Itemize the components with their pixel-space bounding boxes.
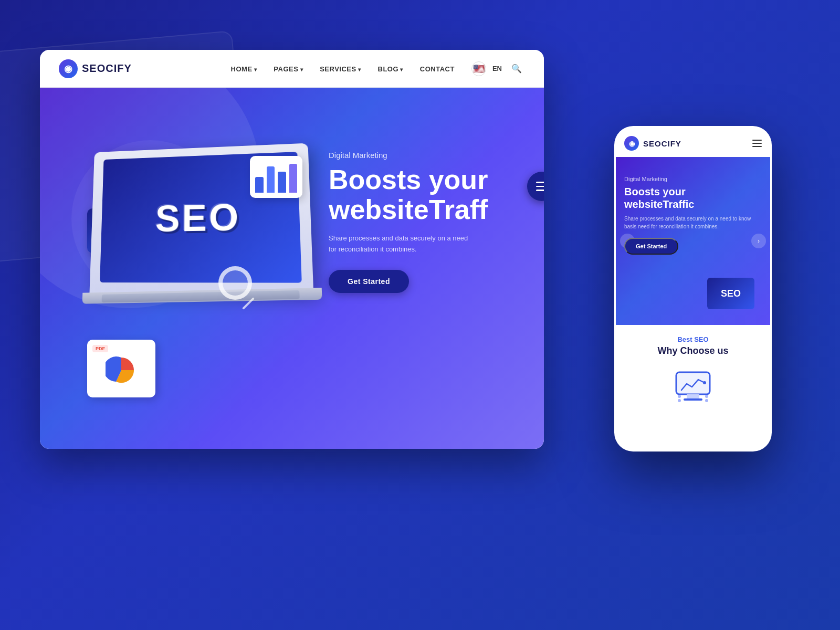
hero-description: Share processes and data securely on a n… — [329, 233, 528, 255]
nav-item-services[interactable]: SERVICES — [320, 64, 361, 74]
nav-link-contact[interactable]: CONTACT — [420, 65, 455, 73]
mobile-hline-1 — [752, 140, 762, 141]
svg-point-6 — [705, 395, 708, 398]
mobile-hero: ‹ › Digital Marketing Boosts your websit… — [616, 157, 770, 325]
svg-point-7 — [678, 399, 681, 402]
mobile-hero-description: Share processes and data securely on a n… — [624, 215, 762, 230]
nav-link-services[interactable]: SERVICES — [320, 65, 361, 73]
magnifier-icon — [218, 266, 266, 313]
nav-link-pages[interactable]: PAGES — [274, 65, 303, 73]
mobile-mockup: ◉ SEOCIFY ‹ › Digital Marketing Boosts y… — [614, 126, 772, 452]
bar-4 — [289, 164, 298, 193]
hero-subtitle: Digital Marketing — [329, 151, 528, 160]
desktop-navbar: ◉ SEOCIFY HOME PAGES SERVICES BLOG CONTA… — [40, 50, 544, 88]
hamburger-line-1 — [536, 182, 544, 183]
logo-text: SEOCIFY — [82, 62, 132, 75]
mobile-hamburger-button[interactable] — [752, 140, 762, 147]
mobile-header: ◉ SEOCIFY — [616, 128, 770, 157]
nav-link-home[interactable]: HOME — [231, 65, 257, 73]
mobile-hero-content: Digital Marketing Boosts your websiteTra… — [624, 165, 762, 255]
seo-text: SEO — [155, 196, 241, 240]
logo-area: ◉ SEOCIFY — [59, 59, 132, 78]
pdf-label: PDF — [92, 345, 108, 352]
pdf-card: PDF — [87, 340, 155, 397]
mobile-get-started-button[interactable]: Get Started — [624, 238, 678, 255]
search-button[interactable]: 🔍 — [508, 60, 525, 77]
pie-chart — [106, 354, 137, 386]
desktop-hero: S SEO PDF — [40, 88, 544, 449]
mobile-hero-subtitle: Digital Marketing — [624, 176, 762, 182]
mobile-logo-icon: ◉ — [624, 136, 639, 151]
svg-rect-3 — [684, 398, 702, 401]
mobile-bottom-section: Best SEO Why Choose us — [616, 325, 770, 419]
hamburger-button[interactable] — [527, 172, 544, 201]
hero-content: Digital Marketing Boosts your websiteTra… — [329, 151, 528, 293]
hero-title: Boosts your websiteTraff — [329, 165, 528, 225]
mini-laptop-screen: SEO — [707, 278, 754, 309]
hamburger-line-2 — [536, 186, 544, 187]
logo-icon: ◉ — [59, 59, 78, 78]
lang-label[interactable]: EN — [492, 65, 502, 72]
svg-rect-2 — [687, 394, 699, 398]
seo-illustration: S SEO PDF — [56, 103, 339, 439]
nav-item-pages[interactable]: PAGES — [274, 64, 303, 74]
hamburger-line-3 — [536, 190, 544, 191]
svg-point-4 — [703, 381, 706, 384]
svg-point-5 — [678, 395, 681, 398]
svg-point-8 — [705, 399, 708, 402]
mobile-hline-2 — [752, 143, 762, 144]
mobile-why-choose-label: Why Choose us — [624, 345, 762, 356]
desktop-nav-links: HOME PAGES SERVICES BLOG CONTACT — [231, 64, 455, 74]
monitor-icon-wrap — [624, 367, 762, 409]
hamburger-lines — [536, 182, 544, 191]
bar-chart-card — [250, 156, 302, 198]
mobile-hero-title: Boosts your websiteTraffic — [624, 185, 762, 211]
nav-item-blog[interactable]: BLOG — [378, 64, 403, 74]
get-started-button[interactable]: Get Started — [329, 270, 409, 293]
mobile-hline-3 — [752, 146, 762, 147]
flag-icon: 🇺🇸 — [471, 61, 486, 76]
mobile-logo-text: SEOCIFY — [643, 139, 681, 148]
mini-laptop-illustration: SEO — [707, 278, 765, 320]
desktop-mockup: ◉ SEOCIFY HOME PAGES SERVICES BLOG CONTA… — [40, 50, 544, 449]
bar-2 — [267, 166, 275, 193]
nav-item-home[interactable]: HOME — [231, 64, 257, 74]
magnifier-circle — [218, 266, 252, 300]
bar-1 — [255, 177, 264, 193]
magnifier-handle — [242, 297, 255, 310]
nav-right: 🇺🇸 EN 🔍 — [471, 60, 525, 77]
mobile-best-seo-label: Best SEO — [624, 335, 762, 343]
bar-3 — [278, 172, 286, 193]
nav-link-blog[interactable]: BLOG — [378, 65, 403, 73]
monitor-icon — [672, 367, 714, 409]
nav-item-contact[interactable]: CONTACT — [420, 64, 455, 74]
